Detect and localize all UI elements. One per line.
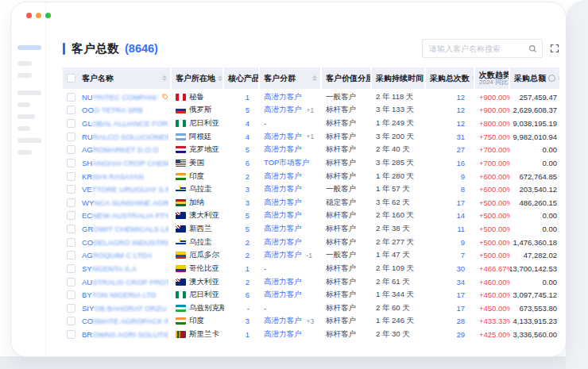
expand-fullscreen-icon[interactable] [550,44,559,53]
column-header-amount[interactable]: 采购总额 [510,67,559,89]
core-product-count[interactable]: - [224,304,260,313]
segment-label[interactable]: 高潜力客户 [264,171,302,182]
segment-label[interactable]: 高潜力客户 [264,250,302,260]
customer-name-link[interactable]: SHANGHAI CROP CHEM [82,159,168,167]
segment-label[interactable]: 高潜力客户 [264,329,302,340]
row-checkbox[interactable] [67,198,75,207]
sort-location-icon[interactable] [215,75,222,82]
table-row[interactable]: ECNEW AUSTRALIA PTY LIMITED) 澳大利亚 5 高潜力客… [63,209,559,223]
customer-name-link[interactable]: CODELAGRO INDUSTRIAL ALMIRR... [82,238,168,247]
sort-name-icon[interactable] [160,75,167,82]
segment-label[interactable]: 高潜力客户 [264,290,302,300]
core-product-count[interactable]: 2 [224,278,260,286]
purchase-count[interactable]: 17 [426,290,475,299]
sidebar-item-placeholder[interactable] [17,73,32,78]
table-row[interactable]: OOO TETRA SRB 俄罗斯 5 高潜力客户 +1 标杆客户 3 年 13… [63,104,559,117]
sidebar-item-placeholder[interactable] [17,138,41,143]
segment-label[interactable]: - [264,304,266,313]
column-header-count[interactable]: 采购总次数 [426,67,475,89]
row-checkbox[interactable] [67,211,75,220]
customer-name-link[interactable]: VETTORE URUGUAY S.R.L [82,185,168,194]
table-row[interactable]: AGROMARKET D.O.O 克罗地亚 5 高潜力客户 标杆客户 2 年 4… [63,144,559,157]
sidebar-item-placeholder[interactable] [17,126,30,131]
customer-name-link[interactable]: WYNCA SUNSHINE AGRIC PRO(U... [82,198,168,207]
core-product-count[interactable]: 2 [224,251,260,259]
customer-name-link[interactable]: AUSTRALIS CROP PROTECTIONP... [82,278,168,286]
purchase-count[interactable]: 16 [426,159,475,167]
column-header-trend[interactable]: 次数趋势 2024 同比增长率 [475,67,510,89]
column-header-product[interactable]: 核心产品 [224,67,260,89]
segment-label[interactable]: 高潜力客户 [264,316,302,326]
close-window-icon[interactable] [26,13,32,18]
purchase-count[interactable]: 17 [426,304,475,313]
table-row[interactable]: AGROQUIM C LTDA 厄瓜多尔 2 高潜力客户 -1 一般客户 1 年… [63,249,559,263]
customer-name-link[interactable]: NUTRITEC COMPANI S.A.C [82,93,159,102]
row-checkbox[interactable] [67,172,75,181]
core-product-count[interactable]: 5 [224,106,260,114]
purchase-count[interactable]: 8 [426,185,475,194]
segment-label[interactable]: 高潜力客户 [264,105,302,115]
row-checkbox[interactable] [67,278,75,286]
customer-name-link[interactable]: RURALCO SOLUCIONES S.A [82,133,168,141]
customer-name-link[interactable]: SIYOB BAHORAT ORZU TOMACHX... [82,304,168,313]
row-checkbox[interactable] [67,304,75,313]
column-header-name[interactable]: 客户名称 [63,67,172,89]
table-row[interactable]: SYNGENTA S.A 哥伦比亚 1 - 标杆客户 2 年 109 天 30 … [63,262,559,275]
customer-name-link[interactable]: BYTON NIGERIA LTD [82,290,157,299]
core-product-count[interactable]: 1 [224,264,260,273]
core-product-count[interactable]: 6 [224,290,260,299]
table-row[interactable]: BYTON NIGERIA LTD 尼日利亚 6 高潜力客户 标杆客户 1 年 … [63,288,559,302]
purchase-count[interactable]: 30 [426,264,475,273]
sidebar-item-placeholder[interactable] [17,114,35,119]
customer-name-link[interactable]: AGROMARKET D.O.O [82,145,159,154]
sidebar-item-placeholder[interactable] [17,150,32,155]
purchase-count[interactable]: 9 [426,172,475,181]
search-icon[interactable] [528,44,537,53]
purchase-count[interactable]: 31 [426,133,475,141]
search-input[interactable] [427,44,528,54]
core-product-count[interactable]: 3 [224,317,260,325]
segment-label[interactable]: 高潜力客户 [264,184,302,194]
segment-label[interactable]: 高潜力客户 [264,144,302,155]
customer-name-link[interactable]: ECNEW AUSTRALIA PTY LIMITED) [82,211,168,220]
purchase-count[interactable]: 7 [426,251,475,259]
core-product-count[interactable]: 1 [224,330,260,339]
table-row[interactable]: COSMATE AGROPACK PRIVATEE ... 印度 3 高潜力客户… [63,315,559,329]
purchase-count[interactable]: 12 [426,93,475,102]
row-checkbox[interactable] [67,330,75,339]
segment-label[interactable]: 高潜力客户 [264,92,302,102]
sidebar-active-item-placeholder[interactable] [17,45,41,50]
customer-name-link[interactable]: OOO TETRA SRB [82,106,143,114]
table-row[interactable]: VETTORE URUGUAY S.R.L 乌拉圭 3 高潜力客户 一般客户 1… [63,183,559,196]
row-checkbox[interactable] [67,317,75,325]
customer-name-link[interactable]: GROWIT CHEMICALS LIMITED [82,225,168,233]
row-checkbox[interactable] [67,93,75,102]
sidebar-item-placeholder[interactable] [17,61,32,66]
customer-search-box[interactable] [422,39,543,58]
amount-info-icon[interactable] [548,75,555,82]
sort-amount-icon[interactable] [555,75,559,82]
table-row[interactable]: NUTRITEC COMPANI S.A.C 秘鲁 1 高潜力客户 一般客户 2… [63,90,559,104]
core-product-count[interactable]: 6 [224,159,260,167]
purchase-count[interactable]: 12 [426,106,475,114]
table-row[interactable]: BROWNS AGRI SOLUTIONS PVTLTD 斯里兰卡 1 高潜力客… [63,328,559,341]
zoom-window-icon[interactable] [45,13,51,18]
table-row[interactable]: WYNCA SUNSHINE AGRIC PRO(U... 加纳 3 高潜力客户… [63,196,559,209]
core-product-count[interactable]: 2 [224,238,260,247]
row-checkbox[interactable] [67,185,75,194]
purchase-count[interactable]: 17 [426,198,475,207]
core-product-count[interactable]: 4 [224,133,260,141]
row-checkbox[interactable] [67,145,75,154]
row-checkbox[interactable] [67,225,75,233]
segment-label[interactable]: 高潜力客户 [264,277,302,287]
segment-label[interactable]: 高潜力客户 [264,210,302,221]
purchase-count[interactable]: 29 [426,330,475,339]
segment-label[interactable]: 高潜力客户 [264,237,302,248]
core-product-count[interactable]: 4 [224,119,260,128]
core-product-count[interactable]: 1 [224,93,260,102]
row-checkbox[interactable] [67,133,75,141]
core-product-count[interactable]: 3 [224,198,260,207]
column-header-location[interactable]: 客户所在地 [172,67,224,89]
sort-count-icon[interactable] [470,75,475,82]
segment-label[interactable]: 高潜力客户 [264,132,302,142]
